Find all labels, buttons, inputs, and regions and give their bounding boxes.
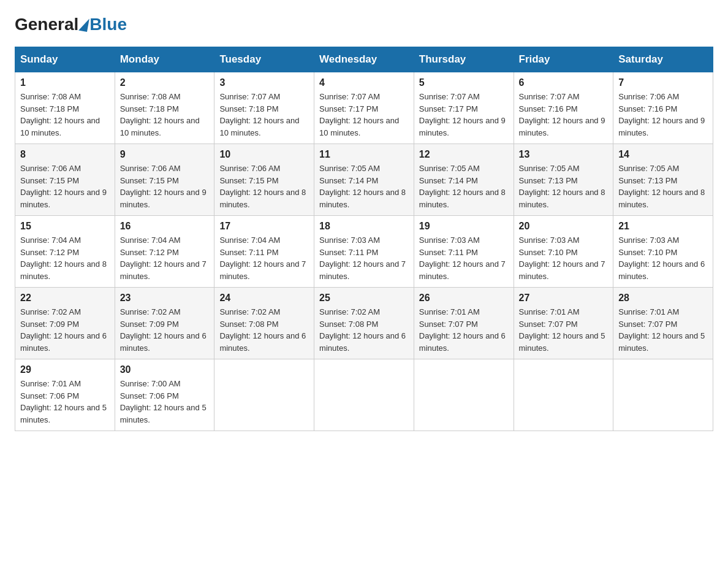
- day-info: Sunrise: 7:07 AMSunset: 7:16 PMDaylight:…: [519, 91, 609, 139]
- day-info: Sunrise: 7:08 AMSunset: 7:18 PMDaylight:…: [120, 91, 210, 139]
- day-info: Sunrise: 7:04 AMSunset: 7:12 PMDaylight:…: [20, 234, 110, 282]
- weekday-header-saturday: Saturday: [613, 47, 713, 72]
- calendar-cell: 25Sunrise: 7:02 AMSunset: 7:08 PMDayligh…: [314, 288, 414, 359]
- calendar-cell: 28Sunrise: 7:01 AMSunset: 7:07 PMDayligh…: [613, 288, 713, 359]
- calendar-cell: 27Sunrise: 7:01 AMSunset: 7:07 PMDayligh…: [514, 288, 613, 359]
- day-number: 9: [120, 149, 210, 160]
- calendar-cell: 13Sunrise: 7:05 AMSunset: 7:13 PMDayligh…: [514, 144, 613, 216]
- weekday-header-friday: Friday: [514, 47, 613, 72]
- day-info: Sunrise: 7:03 AMSunset: 7:11 PMDaylight:…: [319, 234, 409, 282]
- calendar-cell: 14Sunrise: 7:05 AMSunset: 7:13 PMDayligh…: [613, 144, 713, 216]
- calendar-cell: 11Sunrise: 7:05 AMSunset: 7:14 PMDayligh…: [314, 144, 414, 216]
- calendar-cell: 6Sunrise: 7:07 AMSunset: 7:16 PMDaylight…: [514, 72, 613, 144]
- day-number: 21: [618, 221, 708, 232]
- calendar-cell: [514, 359, 613, 431]
- day-info: Sunrise: 7:03 AMSunset: 7:11 PMDaylight:…: [419, 234, 509, 282]
- calendar-cell: 18Sunrise: 7:03 AMSunset: 7:11 PMDayligh…: [314, 216, 414, 288]
- day-number: 23: [120, 293, 210, 304]
- day-number: 4: [319, 77, 409, 88]
- day-info: Sunrise: 7:03 AMSunset: 7:10 PMDaylight:…: [618, 234, 708, 282]
- day-number: 18: [319, 221, 409, 232]
- calendar-cell: 22Sunrise: 7:02 AMSunset: 7:09 PMDayligh…: [15, 288, 115, 359]
- calendar-cell: 30Sunrise: 7:00 AMSunset: 7:06 PMDayligh…: [115, 359, 214, 431]
- day-info: Sunrise: 7:06 AMSunset: 7:15 PMDaylight:…: [120, 163, 210, 210]
- calendar-cell: 7Sunrise: 7:06 AMSunset: 7:16 PMDaylight…: [613, 72, 713, 144]
- calendar-cell: 24Sunrise: 7:02 AMSunset: 7:08 PMDayligh…: [214, 288, 314, 359]
- calendar-cell: 16Sunrise: 7:04 AMSunset: 7:12 PMDayligh…: [115, 216, 214, 288]
- day-info: Sunrise: 7:05 AMSunset: 7:14 PMDaylight:…: [419, 163, 509, 210]
- calendar-cell: 1Sunrise: 7:08 AMSunset: 7:18 PMDaylight…: [15, 72, 115, 144]
- day-number: 17: [219, 221, 309, 232]
- calendar-week-row-4: 22Sunrise: 7:02 AMSunset: 7:09 PMDayligh…: [15, 288, 713, 359]
- calendar-cell: 21Sunrise: 7:03 AMSunset: 7:10 PMDayligh…: [613, 216, 713, 288]
- weekday-header-thursday: Thursday: [414, 47, 514, 72]
- calendar-cell: [414, 359, 514, 431]
- calendar-cell: 10Sunrise: 7:06 AMSunset: 7:15 PMDayligh…: [214, 144, 314, 216]
- calendar-cell: [214, 359, 314, 431]
- day-info: Sunrise: 7:01 AMSunset: 7:07 PMDaylight:…: [419, 306, 509, 354]
- calendar-cell: 9Sunrise: 7:06 AMSunset: 7:15 PMDaylight…: [115, 144, 214, 216]
- day-info: Sunrise: 7:04 AMSunset: 7:11 PMDaylight:…: [219, 234, 309, 282]
- day-number: 5: [419, 77, 509, 88]
- day-info: Sunrise: 7:04 AMSunset: 7:12 PMDaylight:…: [120, 234, 210, 282]
- day-info: Sunrise: 7:02 AMSunset: 7:09 PMDaylight:…: [120, 306, 210, 354]
- weekday-header-row: SundayMondayTuesdayWednesdayThursdayFrid…: [15, 47, 713, 72]
- day-info: Sunrise: 7:07 AMSunset: 7:18 PMDaylight:…: [219, 91, 309, 139]
- logo-blue-text: Blue: [89, 15, 127, 34]
- calendar-cell: 20Sunrise: 7:03 AMSunset: 7:10 PMDayligh…: [514, 216, 613, 288]
- calendar-cell: 4Sunrise: 7:07 AMSunset: 7:17 PMDaylight…: [314, 72, 414, 144]
- calendar-cell: 19Sunrise: 7:03 AMSunset: 7:11 PMDayligh…: [414, 216, 514, 288]
- day-info: Sunrise: 7:08 AMSunset: 7:18 PMDaylight:…: [20, 91, 110, 139]
- calendar-cell: 12Sunrise: 7:05 AMSunset: 7:14 PMDayligh…: [414, 144, 514, 216]
- day-number: 14: [618, 149, 708, 160]
- day-info: Sunrise: 7:05 AMSunset: 7:13 PMDaylight:…: [618, 163, 708, 210]
- logo: General Blue: [15, 15, 127, 34]
- calendar-cell: 5Sunrise: 7:07 AMSunset: 7:17 PMDaylight…: [414, 72, 514, 144]
- logo-triangle-icon: [78, 17, 89, 32]
- calendar-cell: [314, 359, 414, 431]
- day-number: 8: [20, 149, 110, 160]
- day-number: 1: [20, 77, 110, 88]
- day-number: 27: [519, 293, 609, 304]
- day-info: Sunrise: 7:06 AMSunset: 7:15 PMDaylight:…: [219, 163, 309, 210]
- day-number: 24: [219, 293, 309, 304]
- day-number: 16: [120, 221, 210, 232]
- calendar-week-row-3: 15Sunrise: 7:04 AMSunset: 7:12 PMDayligh…: [15, 216, 713, 288]
- day-info: Sunrise: 7:07 AMSunset: 7:17 PMDaylight:…: [319, 91, 409, 139]
- calendar-cell: 29Sunrise: 7:01 AMSunset: 7:06 PMDayligh…: [15, 359, 115, 431]
- day-number: 2: [120, 77, 210, 88]
- weekday-header-tuesday: Tuesday: [214, 47, 314, 72]
- day-info: Sunrise: 7:01 AMSunset: 7:06 PMDaylight:…: [20, 378, 110, 426]
- weekday-header-sunday: Sunday: [15, 47, 115, 72]
- day-number: 20: [519, 221, 609, 232]
- day-info: Sunrise: 7:05 AMSunset: 7:13 PMDaylight:…: [519, 163, 609, 210]
- calendar-cell: 17Sunrise: 7:04 AMSunset: 7:11 PMDayligh…: [214, 216, 314, 288]
- calendar-table: SundayMondayTuesdayWednesdayThursdayFrid…: [15, 47, 713, 431]
- day-info: Sunrise: 7:07 AMSunset: 7:17 PMDaylight:…: [419, 91, 509, 139]
- day-number: 22: [20, 293, 110, 304]
- calendar-cell: 2Sunrise: 7:08 AMSunset: 7:18 PMDaylight…: [115, 72, 214, 144]
- day-info: Sunrise: 7:02 AMSunset: 7:09 PMDaylight:…: [20, 306, 110, 354]
- day-number: 26: [419, 293, 509, 304]
- day-info: Sunrise: 7:06 AMSunset: 7:15 PMDaylight:…: [20, 163, 110, 210]
- day-number: 15: [20, 221, 110, 232]
- day-number: 6: [519, 77, 609, 88]
- day-info: Sunrise: 7:06 AMSunset: 7:16 PMDaylight:…: [618, 91, 708, 139]
- day-number: 19: [419, 221, 509, 232]
- day-number: 13: [519, 149, 609, 160]
- logo-general-text: General: [15, 15, 78, 34]
- calendar-cell: [613, 359, 713, 431]
- day-number: 11: [319, 149, 409, 160]
- day-info: Sunrise: 7:03 AMSunset: 7:10 PMDaylight:…: [519, 234, 609, 282]
- day-number: 28: [618, 293, 708, 304]
- day-number: 12: [419, 149, 509, 160]
- calendar-cell: 8Sunrise: 7:06 AMSunset: 7:15 PMDaylight…: [15, 144, 115, 216]
- calendar-week-row-1: 1Sunrise: 7:08 AMSunset: 7:18 PMDaylight…: [15, 72, 713, 144]
- day-info: Sunrise: 7:01 AMSunset: 7:07 PMDaylight:…: [519, 306, 609, 354]
- calendar-cell: 3Sunrise: 7:07 AMSunset: 7:18 PMDaylight…: [214, 72, 314, 144]
- day-number: 29: [20, 364, 110, 375]
- day-number: 25: [319, 293, 409, 304]
- day-info: Sunrise: 7:02 AMSunset: 7:08 PMDaylight:…: [319, 306, 409, 354]
- calendar-cell: 26Sunrise: 7:01 AMSunset: 7:07 PMDayligh…: [414, 288, 514, 359]
- weekday-header-monday: Monday: [115, 47, 214, 72]
